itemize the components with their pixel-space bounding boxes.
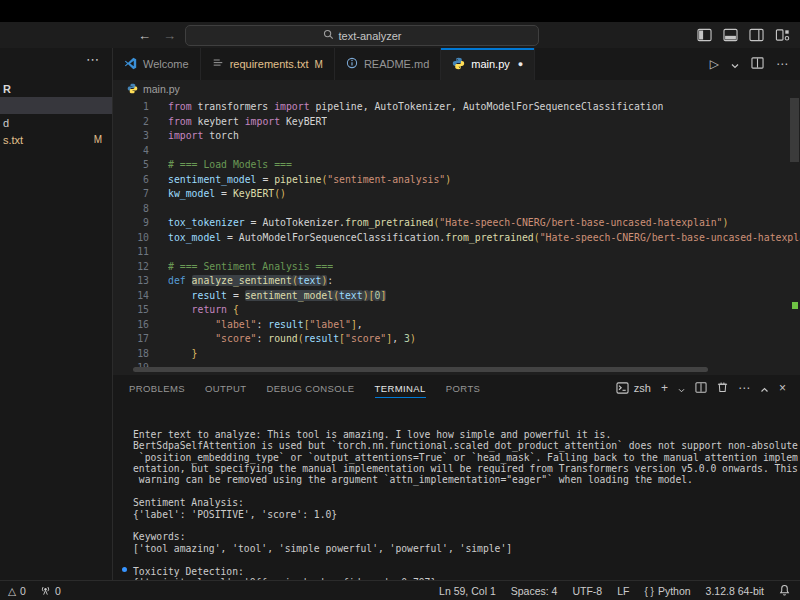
terminal-line [133,520,800,531]
code-line: 9tox_tokenizer = AutoTokenizer.from_pret… [113,216,800,231]
warnings-status[interactable]: △ 0 [8,585,26,597]
code-editor[interactable]: 1from transformers import pipeline, Auto… [113,98,800,375]
vertical-scrollbar[interactable] [790,98,799,162]
code-line: 3import torch [113,129,800,144]
eol-status[interactable]: LF [617,585,629,597]
cursor-position-status[interactable]: Ln 59, Col 1 [439,585,496,597]
python-interpreter-status[interactable]: 3.12.8 64-bit [706,585,764,597]
code-line: 4 [113,144,800,159]
terminal-line: BertSdpaSelfAttention is used but `torch… [133,440,800,451]
toggle-primary-sidebar-icon[interactable] [697,28,712,42]
search-icon [323,29,334,42]
terminal-line: Enter text to analyze: This tool is amaz… [133,429,800,440]
ports-forwarded-status[interactable]: 0 [40,585,61,598]
code-line: 6sentiment_model = pipeline("sentiment-a… [113,173,800,188]
terminal-line: ['tool amazing', 'tool', 'simple powerfu… [133,543,800,554]
explorer-item-readme[interactable]: d [0,114,112,131]
code-line: 5# === Load Models === [113,158,800,173]
search-value: text-analyzer [339,30,402,42]
explorer-item-selected[interactable] [0,97,112,114]
terminal-icon [616,382,629,394]
dirty-dot-icon[interactable]: ● [518,59,523,69]
code-line: 7kw_model = KeyBERT() [113,187,800,202]
terminal-line: {'label': 'POSITIVE', 'score': 1.0} [133,509,800,520]
code-line: 11 [113,245,800,260]
editor-tab-bar: Welcome requirements.txt M README.md ma [113,48,800,80]
command-center-search[interactable]: text-analyzer [185,25,539,46]
maximize-panel-icon[interactable] [760,379,769,397]
terminal-line [133,486,800,497]
code-line: 18 } [113,347,800,362]
terminal-line: `position_embedding_type` or `output_att… [133,452,800,463]
explorer-item-requirements[interactable]: s.txt M [0,131,112,148]
title-bar: ← → text-analyzer [0,22,800,49]
status-bar: △ 0 0 Ln 59, Col 1 Spaces: 4 UTF-8 LF { … [0,580,800,600]
toggle-secondary-sidebar-icon[interactable] [749,28,764,42]
explorer-section-header[interactable]: R [0,80,112,97]
panel-tab-terminal[interactable]: TERMINAL [375,375,426,401]
terminal-line: entation, but specifying the manual impl… [133,463,800,474]
code-line: 1from transformers import pipeline, Auto… [113,100,800,115]
breadcrumb-file: main.py [143,83,180,95]
code-line: 13def analyze_sentiment(text): [113,274,800,289]
run-dropdown-chevron-icon[interactable] [731,55,739,73]
tab-readme-md[interactable]: README.md [335,48,441,80]
encoding-status[interactable]: UTF-8 [572,585,602,597]
code-line: 15 return { [113,303,800,318]
language-mode-status[interactable]: { } Python [644,585,690,597]
python-icon [127,83,138,96]
tab-welcome[interactable]: Welcome [113,48,201,80]
terminal-lines: Enter text to analyze: This tool is amaz… [133,429,800,580]
terminal-line [133,554,800,565]
braces-icon: { } [644,586,653,597]
kill-terminal-icon[interactable] [717,379,728,397]
vscode-logo-icon [124,57,137,72]
modified-badge: M [315,59,323,70]
terminal-dropdown-chevron-icon[interactable] [678,379,685,397]
terminal-line: Toxicity Detection: [133,566,800,577]
python-icon [452,57,465,72]
broadcast-antenna-icon [40,585,51,598]
overview-ruler-mark [792,302,798,309]
notifications-bell-icon[interactable] [779,584,790,598]
new-terminal-icon[interactable]: + [661,382,668,394]
terminal-content[interactable]: Enter text to analyze: This tool is amaz… [113,401,800,580]
modified-badge: M [94,134,102,145]
explorer-sidebar: ⋯ R d s.txt M [0,48,113,580]
close-panel-icon[interactable]: × [779,382,786,394]
terminal-line: warning can be removed using the argumen… [133,474,800,485]
code-line: 17 "score": round(result["score"], 3) [113,332,800,347]
terminal-line: Keywords: [133,531,800,542]
panel-tab-ports[interactable]: PORTS [446,375,481,401]
editor-more-actions-icon[interactable]: ⋯ [776,57,788,71]
code-line: 10tox_model = AutoModelForSequenceClassi… [113,231,800,246]
customize-layout-icon[interactable] [775,28,790,42]
command-decoration-dot[interactable] [122,567,127,572]
text-file-icon [212,57,224,71]
indentation-status[interactable]: Spaces: 4 [511,585,558,597]
shell-selector[interactable]: zsh [616,382,651,394]
toggle-panel-icon[interactable] [723,28,738,42]
code-line: 16 "label": result["label"], [113,318,800,333]
code-line: 12# === Sentiment Analysis === [113,260,800,275]
split-terminal-icon[interactable] [695,379,707,397]
panel-tab-debug-console[interactable]: DEBUG CONSOLE [266,375,354,401]
back-icon[interactable]: ← [138,28,151,43]
run-python-file-icon[interactable]: ▷ [710,57,719,71]
tab-requirements-txt[interactable]: requirements.txt M [201,48,335,80]
info-icon [346,57,358,71]
bottom-panel: PROBLEMS OUTPUT DEBUG CONSOLE TERMINAL P… [113,375,800,580]
split-editor-icon[interactable] [751,55,764,73]
forward-icon[interactable]: → [163,28,176,43]
panel-more-actions-icon[interactable]: ⋯ [738,382,750,394]
code-line: 14 result = sentiment_model(text)[0] [113,289,800,304]
warning-triangle-icon: △ [8,585,16,597]
tab-main-py[interactable]: main.py ● [441,48,535,80]
breadcrumb[interactable]: main.py [113,80,800,98]
panel-tab-output[interactable]: OUTPUT [205,375,246,401]
panel-tab-problems[interactable]: PROBLEMS [129,375,185,401]
panel-header: PROBLEMS OUTPUT DEBUG CONSOLE TERMINAL P… [113,375,800,401]
horizontal-scrollbar[interactable] [133,367,708,372]
explorer-more-actions-icon[interactable]: ⋯ [86,52,100,67]
code-line: 8 [113,202,800,217]
